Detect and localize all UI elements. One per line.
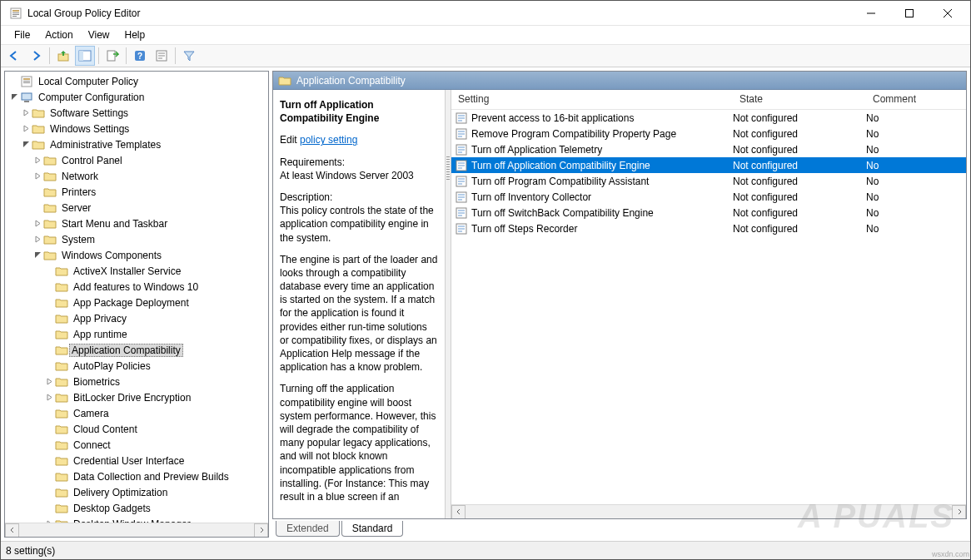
expander-icon[interactable]: [32, 218, 43, 230]
column-setting[interactable]: Setting: [451, 90, 733, 109]
tree-item-biometrics[interactable]: Biometrics: [8, 374, 268, 389]
setting-row[interactable]: Turn off Application Compatibility Engin…: [451, 157, 966, 173]
svg-rect-22: [23, 82, 30, 83]
expander-icon[interactable]: [43, 392, 55, 404]
tree-item-label: Biometrics: [72, 375, 122, 389]
back-button[interactable]: [4, 46, 24, 66]
folder-icon: [20, 91, 33, 104]
tree-item-app-runtime[interactable]: App runtime: [8, 326, 268, 342]
maximize-button[interactable]: [890, 1, 929, 26]
setting-row[interactable]: Turn off Steps RecorderNot configuredNo: [451, 221, 966, 236]
tree-item-windows-components[interactable]: Windows Components: [8, 247, 268, 263]
tab-standard[interactable]: Standard: [341, 521, 404, 537]
expander-icon[interactable]: [32, 234, 43, 245]
setting-row[interactable]: Remove Program Compatibility Property Pa…: [451, 126, 966, 141]
menu-view[interactable]: View: [82, 27, 117, 42]
tree-item-connect[interactable]: Connect: [8, 437, 268, 453]
tree-item-delivery-optimization[interactable]: Delivery Optimization: [8, 484, 268, 500]
tree-admin-templates[interactable]: Administrative Templates: [8, 136, 268, 152]
tree-item-add-features-to-windows-10[interactable]: Add features to Windows 10: [8, 279, 268, 295]
setting-row[interactable]: Turn off SwitchBack Compatibility Engine…: [451, 205, 966, 221]
menu-file[interactable]: File: [7, 27, 37, 42]
edit-policy-link[interactable]: policy setting: [300, 134, 357, 146]
tree-item-printers[interactable]: Printers: [8, 184, 268, 200]
tree-pane[interactable]: Local Computer PolicyComputer Configurat…: [4, 71, 269, 538]
properties-button[interactable]: [152, 46, 172, 66]
tree-item-network[interactable]: Network: [8, 168, 268, 184]
menu-help[interactable]: Help: [118, 27, 152, 42]
expander-icon[interactable]: [8, 92, 20, 103]
tree-computer-config[interactable]: Computer Configuration: [8, 89, 268, 105]
show-tree-button[interactable]: [75, 46, 95, 66]
setting-state: Not configured: [733, 176, 866, 187]
expander-icon[interactable]: [20, 107, 32, 119]
up-button[interactable]: [53, 46, 73, 66]
expander-icon[interactable]: [32, 155, 43, 166]
tree-item-credential-user-interface[interactable]: Credential User Interface: [8, 453, 268, 468]
scroll-right-icon[interactable]: [254, 523, 268, 538]
tab-extended[interactable]: Extended: [276, 521, 340, 537]
tree-item-label: System: [60, 233, 97, 246]
folder-icon: [55, 359, 68, 373]
export-button[interactable]: [102, 46, 122, 66]
list-hscroll[interactable]: [451, 504, 966, 518]
view-tabs: Extended Standard: [272, 519, 967, 538]
tree-item-bitlocker-drive-encryption[interactable]: BitLocker Drive Encryption: [8, 389, 268, 405]
tree-item-start-menu-and-taskbar[interactable]: Start Menu and Taskbar: [8, 216, 268, 231]
tree-software-settings[interactable]: Software Settings: [8, 105, 268, 121]
menu-action[interactable]: Action: [38, 27, 79, 42]
tree-item-activex-installer-service[interactable]: ActiveX Installer Service: [8, 263, 268, 279]
settings-list[interactable]: Prevent access to 16-bit applicationsNot…: [451, 110, 966, 504]
column-comment[interactable]: Comment: [866, 90, 966, 109]
scroll-track[interactable]: [466, 505, 952, 519]
tree-item-data-collection-and-preview-builds[interactable]: Data Collection and Preview Builds: [8, 468, 268, 484]
tree-item-control-panel[interactable]: Control Panel: [8, 152, 268, 168]
expander-icon[interactable]: [20, 139, 32, 151]
minimize-button[interactable]: [852, 1, 890, 26]
svg-rect-20: [23, 78, 30, 80]
expander-icon[interactable]: [32, 250, 43, 261]
setting-row[interactable]: Turn off Application TelemetryNot config…: [451, 141, 966, 157]
tree-item-label: Local Computer Policy: [37, 75, 140, 88]
scroll-right-icon[interactable]: [952, 505, 966, 519]
tree-hscroll[interactable]: [5, 523, 268, 537]
tree-item-label: Network: [60, 170, 100, 183]
tree-item-system[interactable]: System: [8, 231, 268, 247]
filter-button[interactable]: [179, 46, 199, 66]
tree-item-camera[interactable]: Camera: [8, 405, 268, 421]
tree-item-label: Add features to Windows 10: [72, 280, 200, 294]
expander-icon[interactable]: [43, 376, 55, 388]
scroll-track[interactable]: [19, 523, 254, 538]
expander-icon[interactable]: [20, 123, 32, 135]
tree-item-label: App runtime: [72, 328, 129, 341]
close-button[interactable]: [929, 1, 967, 26]
requirements-value: At least Windows Server 2003: [280, 169, 438, 182]
tree-item-server[interactable]: Server: [8, 200, 268, 216]
tree-item-app-package-deployment[interactable]: App Package Deployment: [8, 295, 268, 310]
edit-label: Edit: [280, 134, 300, 146]
tree-item-autoplay-policies[interactable]: AutoPlay Policies: [8, 358, 268, 374]
forward-button[interactable]: [26, 46, 46, 66]
tree-item-application-compatibility[interactable]: Application Compatibility: [8, 342, 268, 358]
setting-row[interactable]: Turn off Inventory CollectorNot configur…: [451, 189, 966, 205]
help-button[interactable]: ?: [130, 46, 150, 66]
scroll-left-icon[interactable]: [451, 505, 466, 519]
tree-windows-settings[interactable]: Windows Settings: [8, 121, 268, 136]
titlebar: Local Group Policy Editor: [1, 1, 970, 26]
tree-root[interactable]: Local Computer Policy: [8, 73, 268, 89]
tree-item-label: BitLocker Drive Encryption: [72, 391, 192, 404]
setting-name: Remove Program Compatibility Property Pa…: [471, 128, 733, 140]
tree-item-desktop-gadgets[interactable]: Desktop Gadgets: [8, 500, 268, 516]
scroll-left-icon[interactable]: [5, 523, 19, 538]
tree-item-cloud-content[interactable]: Cloud Content: [8, 421, 268, 437]
tree-item-app-privacy[interactable]: App Privacy: [8, 310, 268, 326]
setting-row[interactable]: Turn off Program Compatibility Assistant…: [451, 173, 966, 189]
description-label: Description:: [280, 191, 438, 204]
column-state[interactable]: State: [733, 90, 866, 109]
tree-item-label: App Privacy: [72, 312, 128, 325]
vertical-splitter[interactable]: [445, 90, 451, 518]
setting-row[interactable]: Prevent access to 16-bit applicationsNot…: [451, 110, 966, 126]
expander-icon[interactable]: [32, 171, 43, 182]
setting-state: Not configured: [733, 160, 866, 171]
tree-item-label: Server: [60, 201, 92, 215]
